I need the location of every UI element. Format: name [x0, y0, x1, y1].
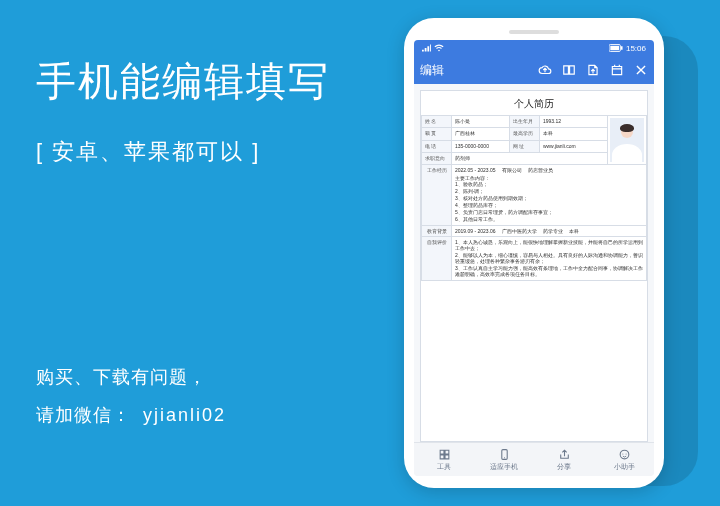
wifi-icon	[434, 44, 444, 52]
svg-point-8	[625, 453, 626, 454]
help-line-1: 购买、下载有问题，	[36, 358, 226, 396]
speaker	[509, 30, 559, 34]
info-table: 姓 名陈小曼 出生年月1993.12 籍 贯广西桂林 最高学历本科 电 话135…	[421, 115, 647, 281]
nav-helper[interactable]: 小助手	[594, 443, 654, 476]
subhead: [ 安卓、苹果都可以 ]	[36, 137, 330, 167]
phone-mockup: 15:06 编辑 个人简历 姓 名陈小曼 出生年月1993.12	[404, 18, 664, 488]
resume-title: 个人简历	[421, 91, 647, 115]
signal-icon	[422, 44, 431, 52]
svg-point-0	[438, 50, 440, 52]
svg-point-5	[503, 457, 504, 458]
helper-icon	[618, 448, 631, 461]
avatar-photo	[610, 118, 644, 162]
battery-icon	[609, 44, 623, 52]
export-icon[interactable]	[586, 63, 600, 77]
svg-point-6	[620, 450, 629, 459]
wechat-id: yjianli02	[143, 405, 226, 425]
headline: 手机能编辑填写	[36, 54, 330, 109]
book-icon[interactable]	[562, 63, 576, 77]
cloud-upload-icon[interactable]	[538, 63, 552, 77]
svg-rect-3	[621, 46, 623, 50]
phone-icon	[498, 448, 511, 461]
close-icon[interactable]	[634, 63, 648, 77]
status-time: 15:06	[626, 44, 646, 53]
status-bar: 15:06	[414, 40, 654, 56]
help-block: 购买、下载有问题， 请加微信： yjianli02	[36, 358, 226, 434]
nav-tools[interactable]: 工具	[414, 443, 474, 476]
help-line-2: 请加微信： yjianli02	[36, 396, 226, 434]
nav-share[interactable]: 分享	[534, 443, 594, 476]
app-bar: 编辑	[414, 56, 654, 84]
bottom-bar: 工具 适应手机 分享 小助手	[414, 442, 654, 476]
svg-rect-2	[610, 46, 619, 50]
edit-button[interactable]: 编辑	[420, 62, 444, 79]
resume-document[interactable]: 个人简历 姓 名陈小曼 出生年月1993.12 籍 贯广西桂林 最高学历本科 电…	[420, 90, 648, 442]
nav-adapt[interactable]: 适应手机	[474, 443, 534, 476]
svg-point-7	[622, 453, 623, 454]
phone-screen: 15:06 编辑 个人简历 姓 名陈小曼 出生年月1993.12	[414, 40, 654, 476]
share-icon	[558, 448, 571, 461]
grid-icon	[438, 448, 451, 461]
calendar-icon[interactable]	[610, 63, 624, 77]
